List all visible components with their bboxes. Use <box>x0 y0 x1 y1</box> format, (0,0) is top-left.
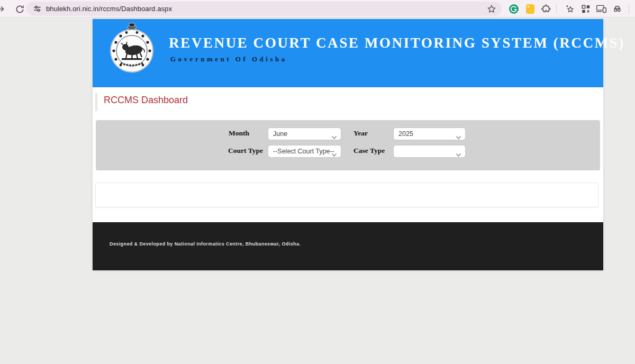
chevron-down-icon <box>331 132 337 143</box>
notes-extension-icon[interactable] <box>524 3 536 14</box>
page-title: RCCMS Dashboard <box>104 95 188 106</box>
site-title: REVENUE COURT CASE MONITORING SYSTEM (RC… <box>169 35 625 51</box>
chevron-down-icon <box>331 149 337 161</box>
screen: bhulekh.ori.nic.in/rccms/Dashboard.aspx <box>0 0 635 364</box>
court-type-select[interactable]: --Select Court Type-- <box>268 145 341 158</box>
extensions-puzzle-icon[interactable] <box>540 3 551 14</box>
odisha-emblem-icon <box>109 23 155 74</box>
site-settings-icon[interactable] <box>32 4 42 14</box>
reload-icon[interactable] <box>14 4 25 14</box>
site-header: REVENUE COURT CASE MONITORING SYSTEM (RC… <box>93 19 603 87</box>
filter-panel: Month June Year 2025 Court Type --Select… <box>96 120 600 170</box>
month-select[interactable]: June <box>268 128 341 140</box>
address-bar[interactable]: bhulekh.ori.nic.in/rccms/Dashboard.aspx <box>26 2 502 16</box>
results-placeholder <box>95 183 598 207</box>
court-type-select-value: --Select Court Type-- <box>273 148 334 155</box>
page-background: REVENUE COURT CASE MONITORING SYSTEM (RC… <box>0 17 635 364</box>
year-label: Year <box>353 129 368 138</box>
court-type-label: Court Type <box>228 147 263 155</box>
devices-icon[interactable] <box>596 3 607 14</box>
url-text[interactable]: bhulekh.ori.nic.in/rccms/Dashboard.aspx <box>46 5 486 13</box>
site-footer: Designed & Developed by National Informa… <box>93 222 603 270</box>
grammarly-extension-icon[interactable] <box>508 3 519 14</box>
toolbar-separator <box>629 4 629 13</box>
year-select[interactable]: 2025 <box>393 128 466 140</box>
profile-avatar-icon[interactable] <box>612 3 623 14</box>
month-label: Month <box>229 129 249 138</box>
site-subtitle: Government Of Odisha <box>170 55 287 63</box>
case-type-label: Case Type <box>353 147 385 155</box>
tab-groups-grid-icon[interactable] <box>580 3 591 14</box>
bookmark-star-icon[interactable] <box>486 4 496 14</box>
footer-credit-text: Designed & Developed by National Informa… <box>110 241 301 247</box>
rccms-site: REVENUE COURT CASE MONITORING SYSTEM (RC… <box>93 19 603 270</box>
toolbar-separator <box>556 4 557 13</box>
case-type-select[interactable] <box>393 145 466 158</box>
forward-icon[interactable] <box>0 4 6 14</box>
year-select-value: 2025 <box>398 130 413 138</box>
reading-list-star-icon[interactable] <box>564 3 575 14</box>
month-select-value: June <box>273 130 287 138</box>
chevron-down-icon <box>456 149 461 161</box>
chevron-down-icon <box>456 132 461 143</box>
main-content: RCCMS Dashboard Month June Year 2025 Cou… <box>93 87 603 222</box>
browser-toolbar: bhulekh.ori.nic.in/rccms/Dashboard.aspx <box>0 0 635 17</box>
heading-accent-bar <box>95 93 97 111</box>
